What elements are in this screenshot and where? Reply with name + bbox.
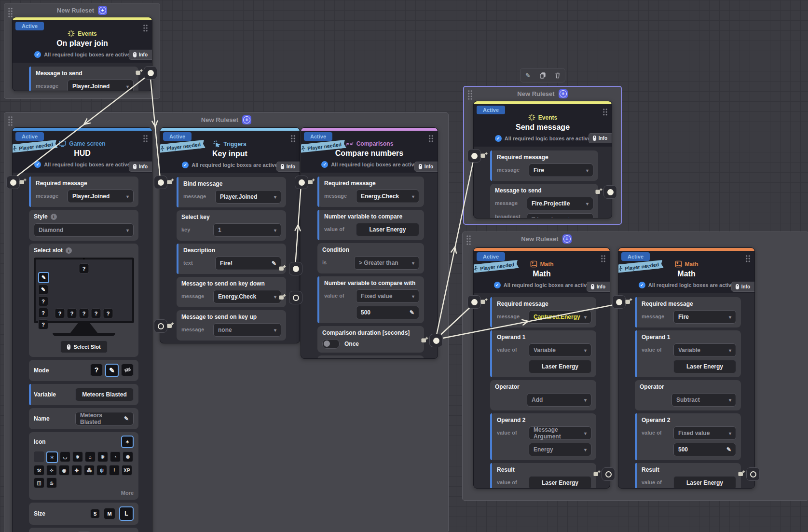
slot-button[interactable]: ? <box>38 319 48 329</box>
input-socket-connected[interactable] <box>612 295 626 309</box>
add-rule-button[interactable]: + <box>242 115 251 124</box>
info-tab[interactable]: Info <box>129 50 152 60</box>
icon-option[interactable]: ⌂ <box>85 451 96 462</box>
delete-icon[interactable] <box>551 69 564 81</box>
output-socket-connected[interactable] <box>603 185 617 199</box>
message-dropdown[interactable]: Player.Joined ▾ <box>68 80 134 91</box>
card-on-player-join[interactable]: Active Events On player join ✓ All requi… <box>12 17 152 91</box>
info-tab[interactable]: Info <box>587 282 610 292</box>
icon-option[interactable]: XP <box>122 465 132 476</box>
message-dropdown[interactable]: Fire ▾ <box>673 310 736 324</box>
input-socket-connected[interactable] <box>467 295 481 309</box>
drag-handle-icon[interactable] <box>428 135 434 142</box>
slot-button[interactable]: ? <box>55 308 65 318</box>
value-source-dropdown[interactable]: Variable ▾ <box>529 343 591 357</box>
text-field[interactable]: Fire! ✎ <box>215 257 281 270</box>
variable-button[interactable]: Laser Energy <box>529 360 591 373</box>
variable-button[interactable]: Laser Energy <box>673 476 736 489</box>
variable-button[interactable]: Meteors Blasted <box>75 388 134 401</box>
info-circle-icon[interactable]: i <box>66 247 72 254</box>
icon-option[interactable]: ⚒ <box>34 465 44 476</box>
key-dropdown[interactable]: 1 ▾ <box>213 223 281 237</box>
message-dropdown[interactable]: Fire ▾ <box>529 164 593 177</box>
info-tab[interactable]: Info <box>731 282 754 292</box>
icon-option[interactable]: ❋ <box>97 451 108 462</box>
slot-button[interactable]: ? <box>91 308 101 318</box>
output-socket-empty[interactable] <box>746 467 760 481</box>
info-tab[interactable]: Info <box>276 162 300 172</box>
info-tab[interactable]: Info <box>129 162 152 172</box>
drag-handle-icon[interactable] <box>601 255 606 262</box>
slot-button[interactable]: ? <box>79 308 89 318</box>
value-source-dropdown[interactable]: Message Argument ▾ <box>529 426 591 440</box>
icon-option[interactable]: ! <box>109 465 120 476</box>
slot-button-top[interactable]: ? <box>79 263 89 273</box>
slot-button[interactable]: ? <box>38 296 48 306</box>
add-rule-button[interactable]: + <box>562 234 572 244</box>
message-dropdown-highlighted[interactable]: Captured.Energy ▾ <box>529 310 591 324</box>
icon-option-selected[interactable]: ✶ <box>46 451 58 463</box>
variable-button[interactable]: Laser Energy <box>529 476 591 489</box>
broadcast-type-dropdown[interactable]: Triggering actors ▾ <box>527 213 593 218</box>
fixed-value-field[interactable]: 500 ✎ <box>673 443 736 456</box>
edit-icon[interactable]: ✎ <box>521 69 534 81</box>
variable-button[interactable]: Laser Energy <box>673 360 736 373</box>
size-medium-button[interactable]: M <box>104 508 115 519</box>
more-icons-link[interactable]: More <box>34 490 134 496</box>
card-key-input[interactable]: Active Player needed Triggers Key input … <box>160 127 300 343</box>
message-dropdown[interactable]: none ▾ <box>213 323 281 337</box>
add-rule-button[interactable]: + <box>98 6 107 15</box>
argument-dropdown[interactable]: Energy ▾ <box>529 443 591 456</box>
value-source-dropdown[interactable]: Fixed value ▾ <box>356 289 419 303</box>
icon-option[interactable]: ψ <box>96 465 107 476</box>
selected-icon-preview[interactable]: ✶ <box>121 436 134 448</box>
drag-handle-icon[interactable] <box>290 135 296 142</box>
drag-handle-icon[interactable] <box>143 24 148 32</box>
icon-option-blank[interactable] <box>34 451 44 462</box>
message-dropdown[interactable]: Fire.Projectile ▾ <box>527 197 593 210</box>
card-math-2[interactable]: Active Player needed Math Math ✓ All req… <box>618 247 755 489</box>
icon-option[interactable]: ✸ <box>72 451 83 462</box>
value-source-dropdown[interactable]: Variable ▾ <box>673 343 736 357</box>
select-slot-button[interactable]: Select Slot <box>60 341 108 353</box>
output-socket-empty[interactable] <box>602 467 615 481</box>
icon-option[interactable]: ◉ <box>59 465 69 476</box>
message-dropdown[interactable]: Energy.Check ▾ <box>213 290 281 303</box>
input-socket-connected[interactable] <box>154 176 167 189</box>
icon-option[interactable]: ◔ <box>110 451 121 462</box>
slot-button[interactable]: ? <box>38 308 48 318</box>
add-rule-button[interactable]: + <box>559 89 568 98</box>
variable-button[interactable]: Laser Energy <box>356 223 419 236</box>
output-socket-empty[interactable] <box>289 291 302 304</box>
icon-option[interactable]: ⁂ <box>84 465 95 476</box>
input-socket-connected[interactable] <box>6 176 20 189</box>
message-dropdown[interactable]: Player.Joined ▾ <box>215 190 281 204</box>
size-large-button-selected[interactable]: L <box>119 506 134 521</box>
card-hud[interactable]: Active Player needed Game screen HUD ✓ A… <box>12 127 152 532</box>
drag-handle-icon[interactable] <box>143 135 148 142</box>
condition-dropdown[interactable]: > Greater than ▾ <box>354 256 419 270</box>
mode-question-button[interactable]: ? <box>90 364 103 376</box>
drag-handle-icon[interactable] <box>603 108 608 116</box>
icon-option[interactable]: ✺ <box>123 451 133 462</box>
node-editor-canvas[interactable]: New Ruleset + Active Events On player jo… <box>0 0 808 532</box>
message-dropdown[interactable]: Player.Joined ▾ <box>68 190 134 203</box>
info-circle-icon[interactable]: i <box>51 214 57 220</box>
icon-option[interactable]: ◫ <box>34 477 44 488</box>
mode-edit-button-selected[interactable]: ✎ <box>105 364 119 377</box>
icon-option[interactable]: ✤ <box>71 465 82 476</box>
info-tab[interactable]: Info <box>589 133 612 143</box>
operator-dropdown[interactable]: Subtract ▾ <box>671 393 736 407</box>
icon-option[interactable]: ♨ <box>46 477 57 488</box>
card-math-1[interactable]: Active Player needed Math Math ✓ All req… <box>473 247 610 489</box>
size-small-button[interactable]: S <box>90 509 100 518</box>
operator-dropdown[interactable]: Add ▾ <box>527 393 591 407</box>
mode-hidden-button[interactable] <box>121 364 134 376</box>
value-source-dropdown[interactable]: Fixed value ▾ <box>673 426 736 440</box>
message-dropdown[interactable]: Energy.Check ▾ <box>356 190 419 203</box>
drag-handle-icon[interactable] <box>745 255 751 262</box>
duplicate-icon[interactable] <box>536 69 549 81</box>
icon-option[interactable]: ◡ <box>60 451 70 462</box>
name-field[interactable]: Meteors Blasted ✎ <box>75 412 134 425</box>
input-socket-connected[interactable] <box>467 149 481 163</box>
